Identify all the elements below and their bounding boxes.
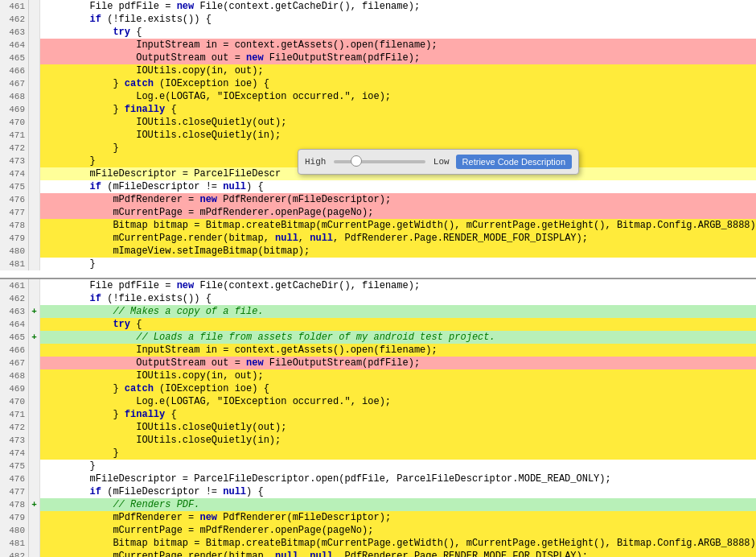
line-content: IOUtils.closeQuietly(in); xyxy=(40,129,756,142)
table-row: 469 } finally { xyxy=(0,103,756,116)
table-row: 471 IOUtils.closeQuietly(in); xyxy=(0,129,756,142)
line-number: 465 xyxy=(0,331,29,344)
line-number: 471 xyxy=(0,408,29,421)
bottom-code-section: 461 File pdfFile = new File(context.getC… xyxy=(0,279,756,557)
line-marker xyxy=(29,524,40,537)
line-number: 467 xyxy=(0,77,29,90)
line-number: 478 xyxy=(0,219,29,232)
line-marker xyxy=(29,460,40,472)
table-row: 475 } xyxy=(0,460,756,472)
line-marker xyxy=(29,357,40,369)
line-marker xyxy=(29,318,40,331)
line-content: mImageView.setImageBitmap(bitmap); xyxy=(40,245,756,258)
line-content: OutputStream out = new FileOutputStream(… xyxy=(40,357,756,369)
bottom-panel: 461 File pdfFile = new File(context.getC… xyxy=(0,279,756,557)
table-row: 475 if (mFileDescriptor != null) { xyxy=(0,180,756,193)
table-row: 481 Bitmap bitmap = Bitmap.createBitmap(… xyxy=(0,537,756,550)
line-content: mCurrentPage = mPdfRenderer.openPage(pag… xyxy=(40,206,756,219)
line-marker: + xyxy=(29,331,40,344)
table-row: 463 try { xyxy=(0,26,756,39)
line-content: IOUtils.closeQuietly(out); xyxy=(40,116,756,129)
line-marker xyxy=(29,395,40,408)
line-number: 481 xyxy=(0,258,29,270)
line-marker xyxy=(29,485,40,498)
line-marker xyxy=(29,472,40,485)
line-marker xyxy=(29,77,40,90)
line-content: // Loads a file from assets folder of my… xyxy=(40,331,756,344)
line-number: 480 xyxy=(0,245,29,258)
table-row: 477 if (mFileDescriptor != null) { xyxy=(0,485,756,498)
table-row: 465+ // Loads a file from assets folder … xyxy=(0,331,756,344)
line-number: 465 xyxy=(0,52,29,64)
line-content: OutputStream out = new FileOutputStream(… xyxy=(40,52,756,64)
table-row: 476 mFileDescriptor = ParcelFileDescript… xyxy=(0,472,756,485)
slider-thumb[interactable] xyxy=(351,155,362,167)
line-marker xyxy=(29,193,40,206)
line-content: if (mFileDescriptor != null) { xyxy=(40,485,756,498)
line-content: Bitmap bitmap = Bitmap.createBitmap(mCur… xyxy=(40,219,756,232)
table-row: 461 File pdfFile = new File(context.getC… xyxy=(0,279,756,292)
line-number: 480 xyxy=(0,524,29,537)
line-number: 463 xyxy=(0,26,29,39)
line-content: Log.e(LOGTAG, "IOException occurred.", i… xyxy=(40,395,756,408)
line-marker xyxy=(29,206,40,219)
line-content: mFileDescriptor = ParcelFileDescriptor.o… xyxy=(40,472,756,485)
line-number: 463 xyxy=(0,305,29,318)
line-content: } xyxy=(40,258,756,270)
line-number: 472 xyxy=(0,142,29,155)
line-marker xyxy=(29,90,40,103)
line-number: 474 xyxy=(0,167,29,180)
line-marker xyxy=(29,447,40,460)
table-row: 478+ // Renders PDF. xyxy=(0,498,756,511)
line-number: 464 xyxy=(0,318,29,331)
line-number: 476 xyxy=(0,193,29,206)
line-marker xyxy=(29,39,40,52)
line-number: 464 xyxy=(0,39,29,52)
line-content: } finally { xyxy=(40,408,756,421)
table-row: 480 mCurrentPage = mPdfRenderer.openPage… xyxy=(0,524,756,537)
line-content: mPdfRenderer = new PdfRenderer(mFileDesc… xyxy=(40,511,756,524)
line-content: File pdfFile = new File(context.getCache… xyxy=(40,279,756,292)
line-number: 466 xyxy=(0,344,29,357)
line-number: 478 xyxy=(0,498,29,511)
table-row: 481 } xyxy=(0,258,756,270)
line-number: 472 xyxy=(0,421,29,434)
table-row: 476 mPdfRenderer = new PdfRenderer(mFile… xyxy=(0,193,756,206)
line-marker xyxy=(29,232,40,245)
line-marker xyxy=(29,408,40,421)
line-marker: + xyxy=(29,305,40,318)
table-row: 468 IOUtils.copy(in, out); xyxy=(0,369,756,382)
line-number: 469 xyxy=(0,382,29,395)
table-row: 467 } catch (IOException ioe) { xyxy=(0,77,756,90)
line-number: 471 xyxy=(0,129,29,142)
table-row: 467 OutputStream out = new FileOutputStr… xyxy=(0,357,756,369)
line-number: 470 xyxy=(0,395,29,408)
table-row: 478 Bitmap bitmap = Bitmap.createBitmap(… xyxy=(0,219,756,232)
table-row: 462 if (!file.exists()) { xyxy=(0,292,756,305)
line-content: mCurrentPage.render(bitmap, null, null, … xyxy=(40,550,756,557)
low-label: Low xyxy=(433,157,450,167)
table-row: 482 mCurrentPage.render(bitmap, null, nu… xyxy=(0,550,756,557)
line-number: 462 xyxy=(0,292,29,305)
line-number: 477 xyxy=(0,206,29,219)
line-content: InputStream in = context.getAssets().ope… xyxy=(40,39,756,52)
line-marker xyxy=(29,13,40,26)
line-content: if (mFileDescriptor != null) { xyxy=(40,180,756,193)
top-panel: 461 File pdfFile = new File(context.getC… xyxy=(0,0,756,278)
top-code-section: 461 File pdfFile = new File(context.getC… xyxy=(0,0,756,270)
line-content: // Renders PDF. xyxy=(40,498,756,511)
line-content: IOUtils.closeQuietly(out); xyxy=(40,421,756,434)
line-content: IOUtils.closeQuietly(in); xyxy=(40,434,756,447)
line-number: 479 xyxy=(0,511,29,524)
line-marker xyxy=(29,292,40,305)
line-marker xyxy=(29,245,40,258)
line-number: 475 xyxy=(0,460,29,472)
retrieve-button[interactable]: Retrieve Code Description xyxy=(456,155,572,169)
table-row: 471 } finally { xyxy=(0,408,756,421)
line-content: File pdfFile = new File(context.getCache… xyxy=(40,0,756,13)
line-content: try { xyxy=(40,26,756,39)
line-number: 470 xyxy=(0,116,29,129)
table-row: 474 } xyxy=(0,447,756,460)
slider-track[interactable] xyxy=(334,160,425,163)
line-number: 474 xyxy=(0,447,29,460)
